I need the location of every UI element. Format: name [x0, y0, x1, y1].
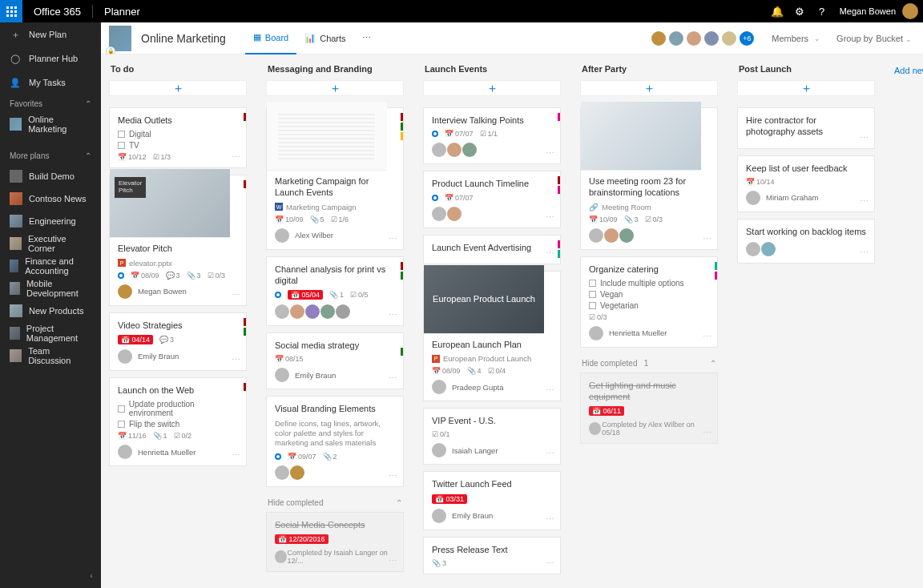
plan-item[interactable]: Engineering — [0, 210, 101, 232]
task-card-completed[interactable]: Get lighting and music equipment 📅 06/11… — [580, 373, 718, 445]
plan-item[interactable]: Build Demo — [0, 165, 101, 187]
assignee-avatar[interactable] — [432, 143, 446, 157]
notifications-icon[interactable]: 🔔 — [766, 0, 788, 22]
task-card[interactable]: Twitter Launch Feed 📅 03/31 Emily Braun … — [423, 471, 561, 530]
user-avatar[interactable] — [902, 3, 918, 19]
assignee-avatar[interactable] — [447, 207, 462, 221]
plan-item[interactable]: Mobile Development — [0, 277, 101, 300]
bucket-title[interactable]: To do — [109, 64, 247, 80]
task-card[interactable]: ElevatorPitch Elevator Pitch Pelevator.p… — [109, 175, 247, 305]
assignee-avatar[interactable] — [589, 326, 603, 340]
plan-item[interactable]: New Products — [0, 300, 101, 322]
checkbox[interactable] — [118, 142, 125, 149]
task-card[interactable]: Marketing Campaign for Launch Events WMa… — [266, 107, 404, 250]
checkbox[interactable] — [118, 421, 125, 428]
plan-item[interactable]: Executive Corner — [0, 232, 101, 255]
collapse-nav-button[interactable]: ‹ — [90, 570, 93, 580]
user-name[interactable]: Megan Bowen — [833, 6, 902, 16]
task-card[interactable]: Launch on the Web Update production envi… — [109, 377, 247, 466]
assignee-avatar[interactable] — [432, 380, 446, 394]
bucket-title[interactable]: Messaging and Branding — [266, 64, 404, 80]
card-menu[interactable]: ⋯ — [546, 449, 555, 459]
bucket-title[interactable]: After Party — [580, 64, 718, 80]
task-card[interactable]: Media Outlets Digital TV 📅 10/12☑ 1/3 ⋯ — [109, 107, 247, 168]
more-menu[interactable]: ⋯ — [354, 22, 379, 54]
members-dropdown[interactable]: Members — [772, 34, 820, 43]
board[interactable]: To do ＋ Media Outlets Digital TV 📅 10/12… — [101, 54, 923, 588]
assignee-avatar[interactable] — [118, 445, 132, 459]
plan-item[interactable]: Finance and Accounting — [0, 255, 101, 277]
task-card[interactable]: Organize catering Include multiple optio… — [580, 256, 718, 348]
assignee-avatar[interactable] — [761, 242, 776, 256]
member-more[interactable]: +6 — [738, 30, 756, 47]
new-plan-button[interactable]: ＋ New Plan — [0, 22, 101, 46]
card-menu[interactable]: ⋯ — [703, 234, 712, 244]
card-menu[interactable]: ⋯ — [546, 148, 555, 159]
tab-board[interactable]: ▦ Board — [245, 22, 296, 54]
favorites-header[interactable]: Favorites ⌃ — [0, 95, 101, 113]
checkbox[interactable] — [589, 302, 596, 309]
card-menu[interactable]: ⋯ — [389, 556, 398, 566]
plan-item[interactable]: Contoso News — [0, 187, 101, 210]
card-menu[interactable]: ⋯ — [232, 355, 241, 365]
assignee-avatar[interactable] — [290, 304, 304, 319]
task-card[interactable]: VIP Event - U.S. ☑ 0/1 Isaiah Langer ⋯ — [423, 408, 561, 465]
settings-icon[interactable]: ⚙ — [788, 0, 811, 22]
assignee-avatar[interactable] — [746, 191, 760, 205]
card-menu[interactable]: ⋯ — [546, 248, 555, 259]
more-plans-header[interactable]: More plans ⌃ — [0, 147, 101, 165]
checkbox[interactable] — [589, 291, 596, 298]
member-avatar[interactable] — [650, 30, 667, 47]
assignee-avatar[interactable] — [305, 304, 320, 319]
plan-title[interactable]: Online Marketing — [141, 32, 226, 45]
member-avatar[interactable] — [685, 30, 703, 47]
planner-hub-link[interactable]: ◯ Planner Hub — [0, 46, 101, 70]
assignee-avatar[interactable] — [336, 304, 350, 319]
add-task-button[interactable]: ＋ — [423, 80, 561, 96]
assignee-avatar[interactable] — [275, 368, 289, 382]
member-avatar[interactable] — [703, 30, 720, 47]
task-card[interactable]: Start working on backlog items ⋯ — [737, 219, 875, 264]
assignee-avatar[interactable] — [619, 228, 634, 243]
task-card[interactable]: Launch Event Advertising ⋯ — [423, 235, 561, 264]
card-menu[interactable]: ⋯ — [860, 196, 869, 207]
add-bucket-button[interactable]: Add new bu — [894, 64, 923, 588]
card-menu[interactable]: ⋯ — [546, 558, 555, 569]
card-menu[interactable]: ⋯ — [546, 385, 555, 396]
add-task-button[interactable]: ＋ — [580, 80, 718, 96]
plan-item[interactable]: Team Discussion — [0, 344, 101, 367]
assignee-avatar[interactable] — [462, 143, 477, 157]
card-menu[interactable]: ⋯ — [703, 332, 712, 342]
checkbox[interactable] — [118, 131, 125, 138]
checkbox[interactable] — [118, 405, 125, 413]
assignee-avatar[interactable] — [447, 143, 462, 157]
assignee-avatar[interactable] — [118, 349, 132, 364]
card-menu[interactable]: ⋯ — [232, 290, 241, 300]
card-menu[interactable]: ⋯ — [546, 212, 555, 223]
app-launcher[interactable] — [0, 0, 22, 22]
task-card[interactable]: Video Strategies 📅 04/14💬 3 Emily Braun … — [109, 312, 247, 371]
assignee-avatar[interactable] — [589, 228, 603, 243]
task-card[interactable]: Keep list of user feedback 📅 10/14 Miria… — [737, 155, 875, 212]
assignee-avatar[interactable] — [118, 284, 132, 299]
bucket-title[interactable]: Launch Events — [423, 64, 561, 80]
assignee-avatar[interactable] — [320, 304, 335, 319]
assignee-avatar[interactable] — [432, 509, 446, 523]
app-name[interactable]: Planner — [93, 6, 151, 18]
assignee-avatar[interactable] — [275, 465, 289, 480]
member-avatar[interactable] — [720, 30, 738, 47]
add-task-button[interactable]: ＋ — [737, 80, 875, 96]
task-card[interactable]: Interview Talking Points 📅 07/07☑ 1/1 ⋯ — [423, 107, 561, 164]
card-menu[interactable]: ⋯ — [232, 152, 241, 163]
tab-charts[interactable]: 📊 Charts — [296, 22, 353, 54]
favorite-plan-online-marketing[interactable]: Online Marketing — [0, 113, 101, 135]
plan-item[interactable]: Project Management — [0, 322, 101, 344]
add-task-button[interactable]: ＋ — [109, 80, 247, 96]
checkbox[interactable] — [589, 280, 596, 287]
card-menu[interactable]: ⋯ — [389, 310, 398, 320]
task-card[interactable]: Channel analysis for print vs digital 📅 … — [266, 256, 404, 327]
task-card[interactable]: European Product Launch European Launch … — [423, 271, 561, 401]
card-menu[interactable]: ⋯ — [232, 450, 241, 461]
task-card[interactable]: Visual Branding Elements Define icons, t… — [266, 396, 404, 486]
task-card[interactable]: Hire contractor for photography assets ⋯ — [737, 107, 875, 149]
